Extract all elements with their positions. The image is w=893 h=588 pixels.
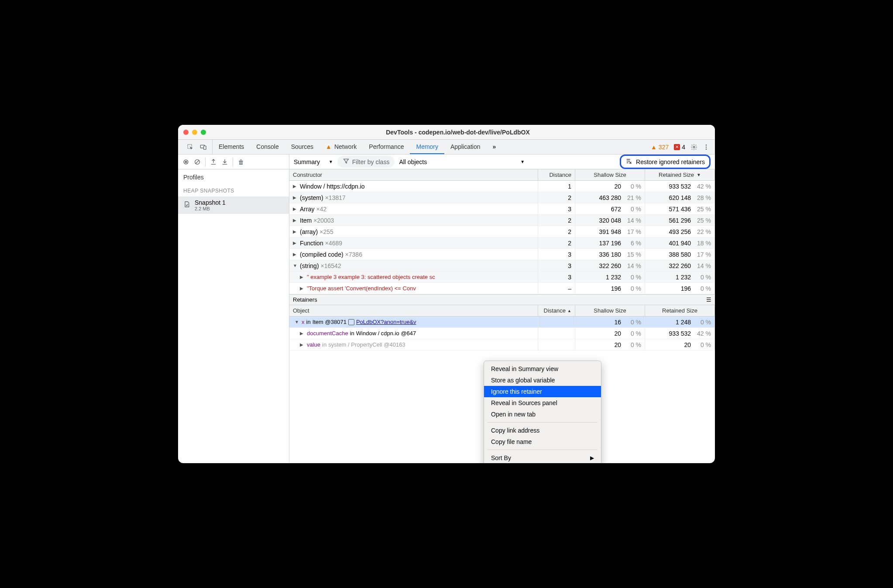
tab-performance[interactable]: Performance [363, 140, 410, 154]
string-row[interactable]: ▶ " example 3 example 3: scattered objec… [289, 272, 715, 283]
profiles-sidebar: Profiles HEAP SNAPSHOTS Snapshot 1 2.2 M… [178, 169, 289, 463]
memory-toolbar: Summary▼ Filter by class All objects ▼ R… [178, 155, 715, 169]
filter-input[interactable]: Filter by class [337, 156, 395, 168]
string-row[interactable]: ▶ "Torque assert 'Convert(endIndex) <= C… [289, 283, 715, 294]
kebab-icon[interactable] [703, 144, 710, 151]
constructor-row[interactable]: ▶ Array ×42 3 6720 % 571 43625 % [289, 203, 715, 215]
context-menu-item[interactable]: Open in new tab [484, 409, 601, 420]
constructor-row[interactable]: ▶ (compiled code) ×7386 3 336 18015 % 38… [289, 249, 715, 260]
warning-icon: ▲ [326, 143, 332, 150]
tabs-overflow[interactable]: » [487, 140, 502, 154]
chevron-down-icon: ▼ [329, 159, 333, 164]
gear-icon[interactable] [690, 144, 697, 151]
device-icon[interactable] [200, 144, 207, 151]
svg-point-5 [706, 146, 707, 148]
context-menu-item[interactable]: Copy file name [484, 436, 601, 447]
snapshot-name: Snapshot 1 [195, 199, 226, 206]
tab-memory[interactable]: Memory [410, 140, 444, 154]
col-shallow[interactable]: Shallow Size [575, 305, 645, 316]
inspect-icon[interactable] [187, 144, 194, 151]
error-icon: ✕ [674, 144, 680, 150]
context-menu-item[interactable]: Reveal in Sources panel [484, 397, 601, 409]
traffic-lights [183, 130, 206, 135]
constructors-body[interactable]: ▶ Window / https://cdpn.io 1 200 % 933 5… [289, 181, 715, 294]
titlebar: DevTools - codepen.io/web-dot-dev/live/P… [178, 125, 715, 140]
svg-line-10 [196, 160, 199, 164]
tab-console[interactable]: Console [250, 140, 285, 154]
clear-icon[interactable] [194, 158, 201, 165]
errors-count[interactable]: ✕4 [674, 144, 685, 151]
constructor-row[interactable]: ▼ (string) ×16542 3 322 26014 % 322 2601… [289, 260, 715, 272]
hamburger-icon[interactable]: ☰ [706, 296, 711, 303]
tab-elements[interactable]: Elements [213, 140, 250, 154]
col-retained[interactable]: Retained Size [645, 305, 715, 316]
tab-application[interactable]: Application [444, 140, 487, 154]
svg-rect-2 [204, 146, 206, 149]
main-content: Profiles HEAP SNAPSHOTS Snapshot 1 2.2 M… [178, 169, 715, 463]
col-shallow[interactable]: Shallow Size [575, 169, 645, 180]
restore-ignored-retainers-button[interactable]: Restore ignored retainers [620, 155, 711, 169]
chevron-down-icon: ▼ [520, 159, 525, 164]
context-menu-item[interactable]: Copy link address [484, 425, 601, 436]
gc-icon[interactable] [237, 158, 244, 165]
upload-icon[interactable] [210, 158, 217, 165]
restore-icon [625, 158, 632, 166]
svg-point-4 [706, 144, 707, 146]
heap-snapshots-heading: HEAP SNAPSHOTS [178, 185, 289, 196]
col-retained[interactable]: Retained Size▼ [645, 169, 715, 180]
svg-point-6 [706, 148, 707, 150]
record-icon[interactable] [182, 158, 189, 165]
profiles-label: Profiles [178, 169, 289, 185]
panel-tabs: Elements Console Sources ▲Network Perfor… [213, 140, 502, 154]
snapshot-size: 2.2 MB [195, 206, 226, 211]
col-distance[interactable]: Distance▲ [538, 305, 575, 316]
snapshot-icon [183, 201, 190, 210]
context-menu-item[interactable]: Ignore this retainer [484, 386, 601, 397]
constructor-row[interactable]: ▶ (array) ×255 2 391 94817 % 493 25622 % [289, 226, 715, 237]
retainers-header: Object Distance▲ Shallow Size Retained S… [289, 305, 715, 316]
col-constructor[interactable]: Constructor [289, 169, 538, 180]
constructor-row[interactable]: ▶ Item ×20003 2 320 04814 % 561 29625 % [289, 215, 715, 226]
maximize-window-button[interactable] [201, 130, 206, 135]
col-object[interactable]: Object [289, 305, 538, 316]
context-menu-item[interactable]: Reveal in Summary view [484, 363, 601, 375]
constructor-row[interactable]: ▶ Function ×4689 2 137 1966 % 401 94018 … [289, 237, 715, 249]
context-menu-item[interactable]: Sort By▶ [484, 452, 601, 463]
objects-filter-dropdown[interactable]: All objects [399, 158, 427, 165]
retainer-row[interactable]: ▶ documentCache in Window / cdpn.io @647… [289, 328, 715, 339]
close-window-button[interactable] [183, 130, 189, 135]
constructors-header: Constructor Distance Shallow Size Retain… [289, 169, 715, 181]
retainer-row[interactable]: ▼ x in Item @38071 PoLdbOX?anon=true&v 1… [289, 316, 715, 328]
filter-icon [343, 158, 350, 166]
constructor-row[interactable]: ▶ (system) ×13817 2 463 28021 % 620 1482… [289, 192, 715, 203]
col-distance[interactable]: Distance [538, 169, 575, 180]
svg-point-3 [693, 146, 695, 148]
tab-network[interactable]: ▲Network [319, 140, 363, 154]
retainer-row[interactable]: ▶ value in system / PropertyCell @40163 … [289, 339, 715, 351]
retainers-title: Retainers [293, 296, 317, 303]
download-icon[interactable] [221, 158, 228, 165]
svg-point-8 [185, 161, 187, 163]
snapshot-item[interactable]: Snapshot 1 2.2 MB [178, 196, 289, 214]
window-title: DevTools - codepen.io/web-dot-dev/live/P… [206, 129, 710, 136]
minimize-window-button[interactable] [192, 130, 197, 135]
devtools-window: DevTools - codepen.io/web-dot-dev/live/P… [178, 125, 715, 463]
constructor-row[interactable]: ▶ Window / https://cdpn.io 1 200 % 933 5… [289, 181, 715, 192]
retainers-title-bar: Retainers ☰ [289, 294, 715, 305]
view-dropdown[interactable]: Summary▼ [294, 158, 333, 165]
main-tabbar: Elements Console Sources ▲Network Perfor… [178, 140, 715, 155]
warnings-count[interactable]: ▲327 [651, 144, 669, 151]
sort-desc-icon: ▼ [697, 172, 701, 177]
sort-asc-icon: ▲ [567, 309, 571, 313]
context-menu-item[interactable]: Store as global variable [484, 375, 601, 386]
context-menu: Reveal in Summary viewStore as global va… [484, 361, 601, 463]
tab-sources[interactable]: Sources [285, 140, 319, 154]
